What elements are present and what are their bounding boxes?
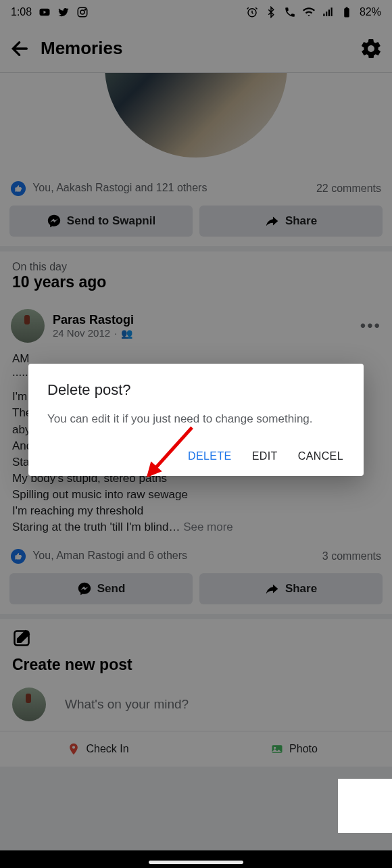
delete-button[interactable]: DELETE xyxy=(188,450,232,462)
edit-button[interactable]: EDIT xyxy=(252,450,278,462)
watermark-cutout xyxy=(338,779,392,833)
nav-indicator xyxy=(149,861,243,864)
cancel-button[interactable]: CANCEL xyxy=(298,450,343,462)
dialog-title: Delete post? xyxy=(47,381,345,399)
dialog-message: You can edit it if you just need to chan… xyxy=(47,411,345,427)
delete-post-dialog: Delete post? You can edit it if you just… xyxy=(28,364,364,476)
